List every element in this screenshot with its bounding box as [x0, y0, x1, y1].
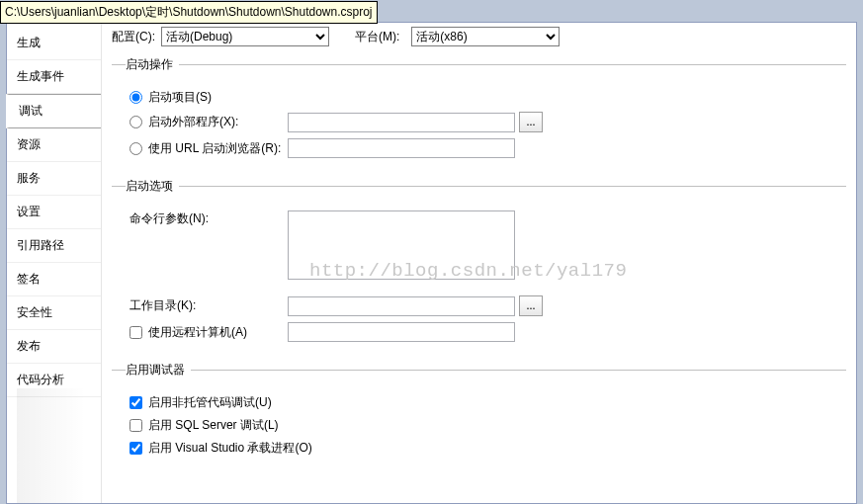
- project-properties-panel: 生成 生成事件 调试 资源 服务 设置 引用路径 签名 安全性 发布 代码分析 …: [6, 22, 857, 504]
- platform-select[interactable]: 活动(x86): [411, 27, 560, 46]
- unmanaged-label: 启用非托管代码调试(U): [148, 394, 272, 411]
- sidebar-item-signing[interactable]: 签名: [7, 263, 101, 296]
- sidebar-item-services[interactable]: 服务: [7, 162, 101, 196]
- sidebar-item-build-events[interactable]: 生成事件: [7, 60, 101, 94]
- vshost-check-wrap[interactable]: 启用 Visual Studio 承载进程(O): [129, 440, 312, 457]
- start-action-legend: 启动操作: [126, 56, 179, 73]
- start-project-label: 启动项目(S): [148, 89, 212, 106]
- enable-debuggers-group: 启用调试器 启用非托管代码调试(U) 启用 SQL Server 调试(L) 启…: [112, 362, 846, 462]
- start-external-radio[interactable]: [129, 116, 142, 128]
- sidebar-item-resources[interactable]: 资源: [7, 128, 101, 162]
- start-url-input[interactable]: [288, 138, 515, 158]
- work-dir-input[interactable]: [288, 296, 515, 316]
- sql-checkbox[interactable]: [129, 419, 142, 432]
- sidebar-item-settings[interactable]: 设置: [7, 196, 101, 229]
- start-url-radio-wrap[interactable]: 使用 URL 启动浏览器(R):: [129, 140, 288, 157]
- start-options-group: 启动选项 命令行参数(N): 工作目录(K): ... 使用远程计算机(A): [112, 178, 846, 348]
- start-external-radio-wrap[interactable]: 启动外部程序(X):: [129, 114, 288, 130]
- sidebar-item-code-analysis[interactable]: 代码分析: [7, 364, 101, 397]
- work-dir-browse-button[interactable]: ...: [519, 295, 543, 316]
- sql-label: 启用 SQL Server 调试(L): [148, 417, 279, 434]
- unmanaged-checkbox[interactable]: [129, 396, 142, 409]
- vshost-label: 启用 Visual Studio 承载进程(O): [148, 440, 312, 457]
- start-action-group: 启动操作 启动项目(S) 启动外部程序(X): ... 使用 URL 启动浏览器: [112, 56, 846, 164]
- remote-check-wrap[interactable]: 使用远程计算机(A): [129, 324, 288, 341]
- remote-machine-input[interactable]: [288, 322, 515, 342]
- sql-check-wrap[interactable]: 启用 SQL Server 调试(L): [129, 417, 279, 434]
- configuration-select[interactable]: 活动(Debug): [161, 27, 329, 46]
- start-url-label: 使用 URL 启动浏览器(R):: [148, 140, 281, 157]
- remote-checkbox[interactable]: [129, 326, 142, 339]
- start-project-radio[interactable]: [129, 91, 142, 104]
- config-platform-row: 配置(C): 活动(Debug) 平台(M): 活动(x86): [112, 27, 846, 46]
- start-external-input[interactable]: [288, 113, 515, 132]
- sidebar-item-debug[interactable]: 调试: [6, 94, 101, 128]
- sidebar-item-build[interactable]: 生成: [7, 27, 101, 60]
- path-tooltip: C:\Users\juanlian\Desktop\定时\Shutdown\Sh…: [0, 1, 378, 24]
- debug-page: 配置(C): 活动(Debug) 平台(M): 活动(x86) 启动操作 启动项…: [102, 23, 856, 503]
- work-dir-label: 工作目录(K):: [129, 297, 288, 314]
- sidebar-item-publish[interactable]: 发布: [7, 330, 101, 364]
- sidebar-item-security[interactable]: 安全性: [7, 296, 101, 330]
- vshost-checkbox[interactable]: [129, 442, 142, 455]
- start-url-radio[interactable]: [129, 142, 142, 155]
- start-external-browse-button[interactable]: ...: [519, 112, 543, 132]
- start-project-radio-wrap[interactable]: 启动项目(S): [129, 89, 212, 106]
- enable-debuggers-legend: 启用调试器: [126, 362, 191, 378]
- platform-label: 平台(M):: [355, 29, 399, 45]
- start-options-legend: 启动选项: [126, 178, 179, 195]
- unmanaged-check-wrap[interactable]: 启用非托管代码调试(U): [129, 394, 272, 411]
- category-sidebar: 生成 生成事件 调试 资源 服务 设置 引用路径 签名 安全性 发布 代码分析: [7, 23, 102, 503]
- configuration-label: 配置(C):: [112, 29, 155, 45]
- remote-label: 使用远程计算机(A): [148, 324, 247, 341]
- cmd-args-textarea[interactable]: [288, 210, 515, 280]
- start-external-label: 启动外部程序(X):: [148, 114, 238, 130]
- cmd-args-label: 命令行参数(N):: [129, 210, 288, 227]
- sidebar-item-reference-paths[interactable]: 引用路径: [7, 229, 101, 263]
